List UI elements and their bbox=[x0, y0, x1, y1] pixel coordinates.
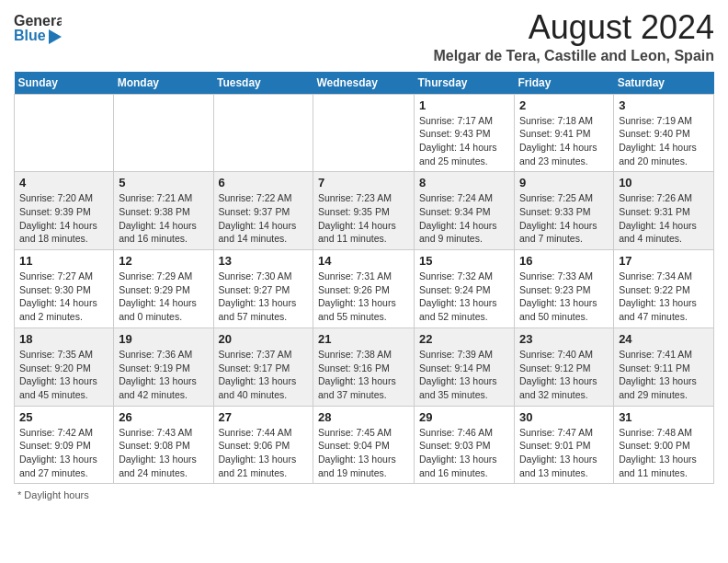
day-number: 7 bbox=[318, 176, 409, 190]
day-cell: 19Sunrise: 7:36 AM Sunset: 9:19 PM Dayli… bbox=[114, 327, 213, 406]
day-info: Sunrise: 7:33 AM Sunset: 9:23 PM Dayligh… bbox=[519, 270, 609, 324]
weekday-header-friday: Friday bbox=[514, 72, 613, 95]
day-info: Sunrise: 7:27 AM Sunset: 9:30 PM Dayligh… bbox=[19, 270, 108, 324]
day-number: 26 bbox=[119, 410, 208, 424]
day-cell: 29Sunrise: 7:46 AM Sunset: 9:03 PM Dayli… bbox=[414, 406, 514, 484]
day-cell: 3Sunrise: 7:19 AM Sunset: 9:40 PM Daylig… bbox=[614, 94, 714, 172]
month-title: August 2024 bbox=[433, 9, 714, 46]
day-cell bbox=[15, 94, 114, 172]
day-cell: 4Sunrise: 7:20 AM Sunset: 9:39 PM Daylig… bbox=[15, 172, 114, 250]
day-cell: 26Sunrise: 7:43 AM Sunset: 9:08 PM Dayli… bbox=[114, 406, 213, 484]
day-cell bbox=[114, 94, 213, 172]
day-info: Sunrise: 7:35 AM Sunset: 9:20 PM Dayligh… bbox=[19, 348, 108, 402]
day-number: 6 bbox=[219, 176, 309, 190]
day-info: Sunrise: 7:47 AM Sunset: 9:01 PM Dayligh… bbox=[519, 426, 609, 480]
day-number: 21 bbox=[318, 332, 409, 346]
day-info: Sunrise: 7:34 AM Sunset: 9:22 PM Dayligh… bbox=[619, 270, 709, 324]
day-cell: 14Sunrise: 7:31 AM Sunset: 9:26 PM Dayli… bbox=[313, 250, 415, 328]
day-cell: 21Sunrise: 7:38 AM Sunset: 9:16 PM Dayli… bbox=[313, 327, 415, 406]
week-row-4: 18Sunrise: 7:35 AM Sunset: 9:20 PM Dayli… bbox=[15, 327, 714, 406]
day-cell bbox=[213, 94, 313, 172]
logo: General Blue bbox=[14, 9, 62, 52]
day-info: Sunrise: 7:45 AM Sunset: 9:04 PM Dayligh… bbox=[318, 426, 409, 480]
week-row-2: 4Sunrise: 7:20 AM Sunset: 9:39 PM Daylig… bbox=[15, 172, 714, 250]
day-info: Sunrise: 7:48 AM Sunset: 9:00 PM Dayligh… bbox=[619, 426, 709, 480]
day-number: 9 bbox=[519, 176, 609, 190]
day-cell: 25Sunrise: 7:42 AM Sunset: 9:09 PM Dayli… bbox=[15, 406, 114, 484]
day-number: 29 bbox=[419, 410, 509, 424]
weekday-header-tuesday: Tuesday bbox=[213, 72, 313, 95]
day-info: Sunrise: 7:21 AM Sunset: 9:38 PM Dayligh… bbox=[119, 191, 208, 246]
svg-marker-2 bbox=[49, 29, 62, 44]
day-info: Sunrise: 7:26 AM Sunset: 9:31 PM Dayligh… bbox=[619, 191, 709, 246]
day-info: Sunrise: 7:31 AM Sunset: 9:26 PM Dayligh… bbox=[318, 270, 409, 324]
day-info: Sunrise: 7:37 AM Sunset: 9:17 PM Dayligh… bbox=[219, 348, 309, 402]
week-row-1: 1Sunrise: 7:17 AM Sunset: 9:43 PM Daylig… bbox=[15, 94, 714, 172]
week-row-5: 25Sunrise: 7:42 AM Sunset: 9:09 PM Dayli… bbox=[15, 406, 714, 484]
day-info: Sunrise: 7:39 AM Sunset: 9:14 PM Dayligh… bbox=[419, 348, 509, 402]
day-info: Sunrise: 7:29 AM Sunset: 9:29 PM Dayligh… bbox=[119, 270, 208, 324]
day-cell: 10Sunrise: 7:26 AM Sunset: 9:31 PM Dayli… bbox=[614, 172, 714, 250]
day-number: 12 bbox=[119, 254, 208, 268]
day-number: 14 bbox=[318, 254, 409, 268]
calendar: SundayMondayTuesdayWednesdayThursdayFrid… bbox=[14, 72, 714, 485]
day-cell: 6Sunrise: 7:22 AM Sunset: 9:37 PM Daylig… bbox=[213, 172, 313, 250]
header: General Blue August 2024 Melgar de Tera,… bbox=[14, 9, 714, 64]
day-cell: 2Sunrise: 7:18 AM Sunset: 9:41 PM Daylig… bbox=[514, 94, 613, 172]
day-info: Sunrise: 7:30 AM Sunset: 9:27 PM Dayligh… bbox=[219, 270, 309, 324]
day-info: Sunrise: 7:23 AM Sunset: 9:35 PM Dayligh… bbox=[318, 191, 409, 246]
day-number: 30 bbox=[519, 410, 609, 424]
day-info: Sunrise: 7:46 AM Sunset: 9:03 PM Dayligh… bbox=[419, 426, 509, 480]
day-info: Sunrise: 7:38 AM Sunset: 9:16 PM Dayligh… bbox=[318, 348, 409, 402]
day-cell: 12Sunrise: 7:29 AM Sunset: 9:29 PM Dayli… bbox=[114, 250, 213, 328]
day-number: 31 bbox=[619, 410, 709, 424]
day-cell: 20Sunrise: 7:37 AM Sunset: 9:17 PM Dayli… bbox=[213, 327, 313, 406]
day-info: Sunrise: 7:24 AM Sunset: 9:34 PM Dayligh… bbox=[419, 191, 509, 246]
day-info: Sunrise: 7:19 AM Sunset: 9:40 PM Dayligh… bbox=[619, 114, 709, 168]
day-number: 11 bbox=[19, 254, 108, 268]
day-cell: 7Sunrise: 7:23 AM Sunset: 9:35 PM Daylig… bbox=[313, 172, 415, 250]
title-area: August 2024 Melgar de Tera, Castille and… bbox=[433, 9, 714, 64]
day-number: 24 bbox=[619, 332, 709, 346]
day-cell: 18Sunrise: 7:35 AM Sunset: 9:20 PM Dayli… bbox=[15, 327, 114, 406]
day-cell: 23Sunrise: 7:40 AM Sunset: 9:12 PM Dayli… bbox=[514, 327, 613, 406]
day-number: 5 bbox=[119, 176, 208, 190]
day-number: 13 bbox=[219, 254, 309, 268]
day-number: 23 bbox=[519, 332, 609, 346]
day-info: Sunrise: 7:42 AM Sunset: 9:09 PM Dayligh… bbox=[19, 426, 108, 480]
svg-text:Blue: Blue bbox=[14, 28, 46, 43]
weekday-header-sunday: Sunday bbox=[15, 72, 114, 95]
day-info: Sunrise: 7:32 AM Sunset: 9:24 PM Dayligh… bbox=[419, 270, 509, 324]
day-number: 10 bbox=[619, 176, 709, 190]
logo-icon: General Blue bbox=[14, 9, 62, 52]
day-cell: 13Sunrise: 7:30 AM Sunset: 9:27 PM Dayli… bbox=[213, 250, 313, 328]
day-number: 17 bbox=[619, 254, 709, 268]
day-cell: 27Sunrise: 7:44 AM Sunset: 9:06 PM Dayli… bbox=[213, 406, 313, 484]
day-cell: 17Sunrise: 7:34 AM Sunset: 9:22 PM Dayli… bbox=[614, 250, 714, 328]
day-cell: 5Sunrise: 7:21 AM Sunset: 9:38 PM Daylig… bbox=[114, 172, 213, 250]
day-info: Sunrise: 7:25 AM Sunset: 9:33 PM Dayligh… bbox=[519, 191, 609, 246]
day-cell bbox=[313, 94, 415, 172]
day-number: 3 bbox=[619, 98, 709, 112]
weekday-header-saturday: Saturday bbox=[614, 72, 714, 95]
day-cell: 22Sunrise: 7:39 AM Sunset: 9:14 PM Dayli… bbox=[414, 327, 514, 406]
week-row-3: 11Sunrise: 7:27 AM Sunset: 9:30 PM Dayli… bbox=[15, 250, 714, 328]
day-number: 25 bbox=[19, 410, 108, 424]
day-cell: 28Sunrise: 7:45 AM Sunset: 9:04 PM Dayli… bbox=[313, 406, 415, 484]
weekday-header-wednesday: Wednesday bbox=[313, 72, 415, 95]
day-number: 27 bbox=[219, 410, 309, 424]
day-number: 4 bbox=[19, 176, 108, 190]
footer-note: * Daylight hours bbox=[14, 489, 714, 500]
day-number: 18 bbox=[19, 332, 108, 346]
day-cell: 24Sunrise: 7:41 AM Sunset: 9:11 PM Dayli… bbox=[614, 327, 714, 406]
day-cell: 16Sunrise: 7:33 AM Sunset: 9:23 PM Dayli… bbox=[514, 250, 613, 328]
day-cell: 11Sunrise: 7:27 AM Sunset: 9:30 PM Dayli… bbox=[15, 250, 114, 328]
day-info: Sunrise: 7:17 AM Sunset: 9:43 PM Dayligh… bbox=[419, 114, 509, 168]
day-number: 8 bbox=[419, 176, 509, 190]
day-info: Sunrise: 7:18 AM Sunset: 9:41 PM Dayligh… bbox=[519, 114, 609, 168]
day-number: 28 bbox=[318, 410, 409, 424]
day-number: 20 bbox=[219, 332, 309, 346]
day-info: Sunrise: 7:36 AM Sunset: 9:19 PM Dayligh… bbox=[119, 348, 208, 402]
day-info: Sunrise: 7:43 AM Sunset: 9:08 PM Dayligh… bbox=[119, 426, 208, 480]
day-number: 16 bbox=[519, 254, 609, 268]
